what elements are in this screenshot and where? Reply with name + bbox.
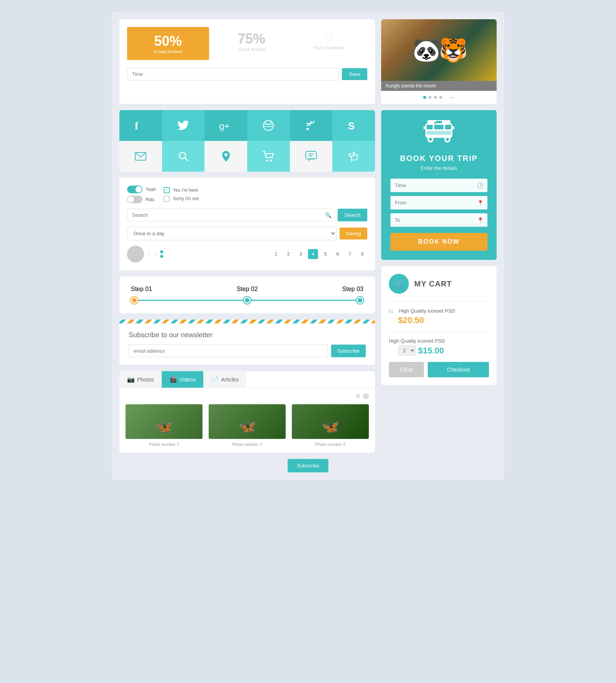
cart-item-1-price: $20.50 [398, 315, 489, 325]
checkout-button[interactable]: Checkout [428, 362, 489, 377]
tab-articles[interactable]: 📄 Articles [203, 371, 246, 388]
page-3[interactable]: 3 [296, 249, 306, 259]
movie-dot-3[interactable] [434, 96, 437, 99]
book-to-input[interactable] [390, 213, 487, 227]
page-8[interactable]: 8 [357, 249, 367, 259]
toggle-group: Yaah Nop. [127, 186, 156, 203]
photos-tab-icon: 📷 [127, 376, 135, 383]
save-button[interactable]: Save [342, 68, 367, 80]
movie-dot-1[interactable] [423, 96, 426, 99]
tab-photos[interactable]: 📷 Photos [119, 371, 162, 388]
frequency-select[interactable]: Once in a day [127, 227, 336, 240]
task-percent-1: 50% [133, 33, 203, 49]
subscribe-button[interactable]: Subscribe [331, 345, 366, 357]
book-now-button[interactable]: BOOK NOW [390, 233, 487, 251]
page-5[interactable]: 5 [320, 249, 330, 259]
left-column: f g+ S [119, 110, 375, 453]
controls-bottom: ‹ › 1 2 3 4 5 6 7 [127, 246, 367, 263]
thumbsup-icon[interactable] [332, 141, 375, 172]
page-1[interactable]: 1 [271, 249, 281, 259]
cart-actions: Clear Checkout [389, 362, 489, 377]
videos-tab-label: Videos [179, 377, 196, 383]
butterfly-2-icon: 🦋 [239, 419, 256, 435]
skype-icon[interactable]: S [332, 110, 375, 141]
newsletter-content: Subscribe to our newsletter Subscribe [119, 323, 375, 365]
svg-rect-19 [427, 125, 433, 129]
list-view-icon[interactable]: ≡ [356, 392, 360, 400]
toggle-nop-switch[interactable] [127, 196, 142, 203]
movie-dot-2[interactable] [429, 96, 432, 99]
movie-panel: 🐼🐯 [381, 19, 497, 81]
media-grid: 🦋 Photo number 1 🦋 Photo number 2 🦋 [119, 404, 375, 453]
dribbble-icon[interactable] [247, 110, 290, 141]
page-4[interactable]: 4 [308, 249, 318, 259]
step-dot-3[interactable] [357, 297, 363, 304]
media-caption-2: Photo number 2 [209, 442, 286, 447]
cart-divider-2 [389, 331, 489, 332]
left-panel: 50% of task finished 75% of task finishe… [119, 19, 375, 104]
newsletter-title: Subscribe to our newsletter [129, 331, 366, 339]
search-icon[interactable] [162, 141, 205, 172]
chat-icon[interactable] [290, 141, 333, 172]
svg-rect-13 [306, 151, 316, 159]
newsletter-panel: Subscribe to our newsletter Subscribe [119, 320, 375, 365]
mail-icon[interactable] [119, 141, 162, 172]
location-icon[interactable] [204, 141, 247, 172]
tab-videos[interactable]: 🎬 Videos [162, 371, 204, 388]
step-dot-1[interactable] [131, 297, 138, 304]
cart-icon[interactable] [247, 141, 290, 172]
checkbox-no-label: Sorry i'm not [173, 196, 199, 201]
toggle-yaah-label: Yaah [146, 187, 156, 192]
next-arrow-icon[interactable]: › [154, 250, 156, 258]
select-row: Once in a day Saving [127, 227, 367, 240]
svg-point-24 [429, 138, 432, 141]
checkbox-no-box[interactable] [164, 196, 170, 202]
clear-button[interactable]: Clear [389, 362, 424, 377]
movie-next-arrow[interactable]: → [449, 94, 455, 101]
checkbox-yes-box[interactable]: ✓ [164, 187, 170, 193]
facebook-icon[interactable]: f [119, 110, 162, 141]
google-plus-icon[interactable]: g+ [204, 110, 247, 141]
task-completed-label: Task Completed [294, 45, 363, 50]
page-2[interactable]: 2 [283, 249, 293, 259]
movie-title: Kungfu panda the movie [381, 81, 497, 91]
cart-title: MY CART [414, 280, 452, 288]
time-input[interactable] [127, 68, 339, 80]
time-row: Save [127, 68, 367, 80]
step-dot-2[interactable] [244, 297, 251, 304]
cart-divider [389, 301, 489, 302]
search-inner-icon: 🔍 [325, 212, 331, 218]
toggle-yaah-switch[interactable] [127, 186, 142, 193]
newsletter-email-input[interactable] [129, 345, 328, 357]
toggle-nop-label: Nop. [146, 197, 155, 202]
right-column: BOOK YOUR TRIP Enter the details 🕐 📍 📍 B… [381, 110, 497, 453]
bottom-subscribe-button[interactable]: Subscribe [288, 459, 328, 472]
twitter-icon[interactable] [162, 110, 205, 141]
page-6[interactable]: 6 [333, 249, 343, 259]
movie-dot-4[interactable] [439, 96, 442, 99]
book-time-input[interactable] [390, 179, 487, 192]
saving-button[interactable]: Saving [340, 228, 367, 239]
articles-tab-icon: 📄 [211, 376, 219, 383]
search-button[interactable]: Search [338, 209, 367, 221]
search-input-wrap: 🔍 [127, 209, 335, 221]
cart-item-2: High Quality iconset PSD 2 $15.00 [389, 338, 489, 356]
svg-line-9 [185, 158, 188, 161]
task-percent-2: 75% [217, 31, 286, 47]
search-input[interactable] [127, 209, 335, 221]
cart-item-2-price: $15.00 [418, 346, 444, 356]
book-from-input[interactable] [390, 196, 487, 209]
checkbox-yes-label: Yes i'm here [173, 187, 198, 193]
bus-icon [390, 119, 487, 148]
cart-item-1-num: 01 [389, 309, 395, 313]
media-tabs: 📷 Photos 🎬 Videos 📄 Articles [119, 371, 375, 388]
page-7[interactable]: 7 [345, 249, 355, 259]
social-icons-grid: f g+ S [119, 110, 375, 172]
prev-arrow-icon[interactable]: ‹ [148, 250, 150, 258]
toggle-yaah: Yaah [127, 186, 156, 193]
butterfly-3-icon: 🦋 [322, 419, 339, 435]
grid-view-icon[interactable]: ⊞ [363, 392, 369, 400]
cart-qty-select[interactable]: 2 [398, 345, 416, 356]
movie-characters-icon: 🐼🐯 [412, 37, 466, 64]
rss-icon[interactable] [290, 110, 333, 141]
